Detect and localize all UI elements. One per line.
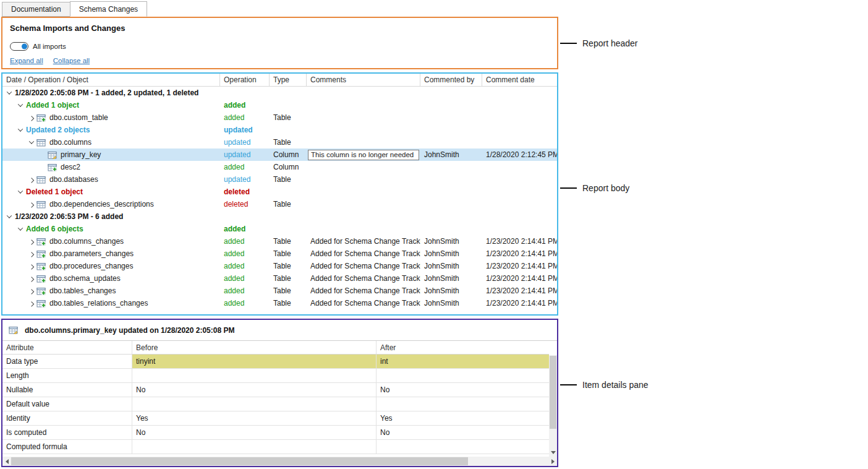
attribute-cell: Identity <box>2 411 132 425</box>
expand-arrow-icon[interactable] <box>27 299 36 308</box>
details-vertical-scrollbar[interactable] <box>549 355 557 457</box>
report-row-added-6-objects[interactable]: Added 6 objectsadded <box>2 223 557 235</box>
collapse-arrow-icon[interactable] <box>16 187 25 196</box>
expand-arrow-icon[interactable] <box>27 262 36 270</box>
tree-cell: dbo.databases <box>2 173 220 186</box>
horizontal-scroll-track[interactable] <box>11 457 548 466</box>
scroll-down-arrow-icon[interactable] <box>549 449 557 457</box>
collapse-arrow-icon[interactable] <box>27 138 36 147</box>
vertical-scrollbar-thumb[interactable] <box>550 356 556 429</box>
operation-cell: added <box>220 247 270 260</box>
report-col-comment-date[interactable]: Comment date <box>482 74 557 86</box>
comment-date-cell <box>482 223 557 235</box>
after-cell <box>377 369 549 382</box>
tree-cell: Added 1 object <box>2 99 220 111</box>
expand-arrow-icon[interactable] <box>27 274 36 283</box>
report-row-deleted-1-object[interactable]: Deleted 1 objectdeleted <box>2 186 557 198</box>
attribute-cell: Is computed <box>2 426 132 439</box>
commented-by-cell: JohnSmith <box>420 148 482 161</box>
expand-all-link[interactable]: Expand all <box>10 57 43 64</box>
report-row-dbo-tables-changes[interactable]: dbo.tables_changesaddedTableAdded for Sc… <box>2 285 557 297</box>
report-col-comments[interactable]: Comments <box>307 74 420 86</box>
row-label: dbo.tables_changes <box>49 286 116 295</box>
expand-arrow-icon[interactable] <box>27 249 36 258</box>
report-row-desc2[interactable]: desc2addedColumn <box>2 161 557 173</box>
all-imports-label: All imports <box>33 43 66 50</box>
tree-cell: dbo.columns_changes <box>2 235 220 247</box>
expand-arrow-icon[interactable] <box>27 175 36 184</box>
annotation-label: Report header <box>582 38 638 48</box>
report-column-headers: Date / Operation / ObjectOperationTypeCo… <box>2 74 557 87</box>
report-row-dbo-procedures-changes[interactable]: dbo.procedures_changesaddedTableAdded fo… <box>2 260 557 272</box>
scroll-left-arrow-icon[interactable] <box>2 457 11 466</box>
report-row-updated-2-objects[interactable]: Updated 2 objectsupdated <box>2 124 557 136</box>
type-cell: Table <box>270 260 307 272</box>
collapse-all-link[interactable]: Collapse all <box>53 57 90 64</box>
operation-cell: deleted <box>220 198 270 210</box>
after-cell: No <box>377 426 549 439</box>
report-row-dbo-parameters-changes[interactable]: dbo.parameters_changesaddedTableAdded fo… <box>2 247 557 260</box>
annotation-report-body: Report body <box>560 183 629 194</box>
operation-cell: added <box>220 99 270 111</box>
row-label: dbo.procedures_changes <box>49 262 133 270</box>
report-row-added-1-object[interactable]: Added 1 objectadded <box>2 99 557 111</box>
operation-cell: added <box>220 272 270 285</box>
report-row-dbo-columns[interactable]: dbo.columnsupdatedTable <box>2 136 557 148</box>
report-row-dbo-databases[interactable]: dbo.databasesupdatedTable <box>2 173 557 186</box>
details-horizontal-scrollbar[interactable] <box>2 457 557 466</box>
tab-schema-changes[interactable]: Schema Changes <box>70 1 147 17</box>
details-col-attribute: Attribute <box>2 341 132 354</box>
type-cell: Table <box>270 235 307 247</box>
tree-cell: dbo.tables_relations_changes <box>2 297 220 309</box>
collapse-arrow-icon[interactable] <box>16 101 25 110</box>
expand-arrow-icon[interactable] <box>27 200 36 209</box>
tree-cell: dbo.tables_changes <box>2 285 220 297</box>
report-col-operation[interactable]: Operation <box>220 74 270 86</box>
annotation-item-details-pane: Item details pane <box>560 379 649 390</box>
comments-cell <box>307 87 420 99</box>
report-row-dbo-tables-relations-changes[interactable]: dbo.tables_relations_changesaddedTableAd… <box>2 297 557 309</box>
report-col-commented-by[interactable]: Commented by <box>420 74 482 86</box>
expand-arrow-icon[interactable] <box>27 113 36 122</box>
collapse-arrow-icon[interactable] <box>16 225 25 233</box>
column-updated-icon <box>48 150 57 159</box>
details-rows: Data typetinyintintLengthNullableNoNoDef… <box>2 355 557 454</box>
column-icon <box>9 326 19 335</box>
collapse-arrow-icon[interactable] <box>16 126 25 134</box>
report-row-dbo-schema-updates[interactable]: dbo.schema_updatesaddedTableAdded for Sc… <box>2 272 557 285</box>
collapse-arrow-icon[interactable] <box>5 88 14 97</box>
report-row-dbo-columns-changes[interactable]: dbo.columns_changesaddedTableAdded for S… <box>2 235 557 247</box>
comment-date-cell: 1/23/2020 2:14:41 PM <box>482 260 557 272</box>
report-row-1-23-2020-2-06-53-pm-6-added[interactable]: 1/23/2020 2:06:53 PM - 6 added <box>2 210 557 223</box>
scroll-right-arrow-icon[interactable] <box>548 457 557 466</box>
comment-editor[interactable]: This column is no longer needed <box>308 150 419 160</box>
expand-arrow-icon[interactable] <box>27 286 36 295</box>
row-label: 1/23/2020 2:06:53 PM - 6 added <box>15 212 123 221</box>
expand-arrow-icon[interactable] <box>27 237 36 246</box>
table-added-icon <box>36 274 46 283</box>
comment-date-cell <box>482 87 557 99</box>
operation-cell: updated <box>220 136 270 148</box>
report-row-1-28-2020-2-05-08-pm-1-added-2-updated-1-deleted[interactable]: 1/28/2020 2:05:08 PM - 1 added, 2 update… <box>2 87 557 99</box>
report-rows: 1/28/2020 2:05:08 PM - 1 added, 2 update… <box>2 87 557 309</box>
attribute-cell: Default value <box>2 397 132 411</box>
report-col-type[interactable]: Type <box>270 74 307 86</box>
comment-date-cell <box>482 173 557 186</box>
arrow-spacer <box>38 163 47 171</box>
report-col-date-operation-object[interactable]: Date / Operation / Object <box>2 74 220 86</box>
attribute-cell: Data type <box>2 355 132 368</box>
report-row-primary-key[interactable]: primary_keyupdatedColumnThis column is n… <box>2 148 557 161</box>
row-label: dbo.parameters_changes <box>49 249 134 258</box>
tab-documentation[interactable]: Documentation <box>2 2 70 17</box>
collapse-arrow-icon[interactable] <box>5 212 14 221</box>
tree-cell: dbo.schema_updates <box>2 272 220 285</box>
after-cell: Yes <box>377 411 549 425</box>
report-row-dbo-dependencies-descriptions[interactable]: dbo.dependencies_descriptionsdeletedTabl… <box>2 198 557 210</box>
details-row-default-value: Default value <box>2 397 549 411</box>
type-cell <box>270 87 307 99</box>
all-imports-toggle[interactable] <box>10 42 28 51</box>
report-row-dbo-custom-table[interactable]: dbo.custom_tableaddedTable <box>2 111 557 124</box>
horizontal-scrollbar-thumb[interactable] <box>11 457 468 465</box>
type-cell <box>270 124 307 136</box>
commented-by-cell <box>420 210 482 223</box>
